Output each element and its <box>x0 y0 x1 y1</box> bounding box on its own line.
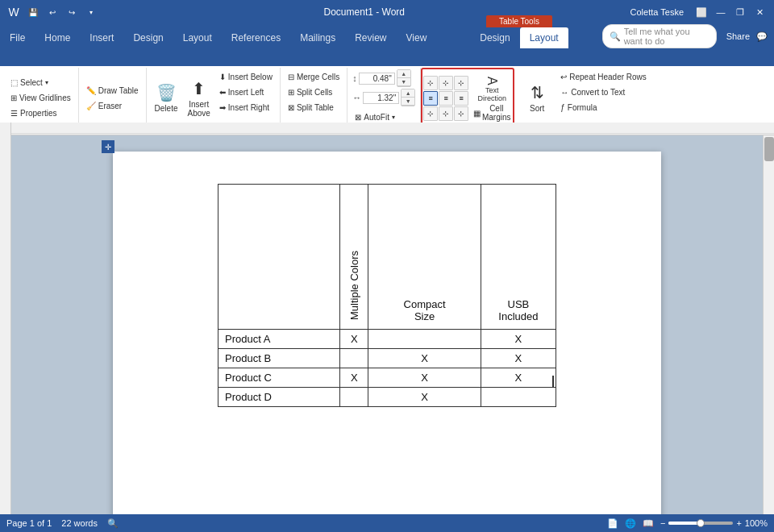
width-icon: ↔ <box>352 93 361 102</box>
properties-icon: ☰ <box>10 109 18 118</box>
width-down-button[interactable]: ▼ <box>402 98 414 106</box>
vertical-ruler <box>0 123 11 514</box>
tab-review[interactable]: Review <box>345 27 396 48</box>
text-direction-button[interactable]: A Text Direction <box>472 75 512 104</box>
delete-button[interactable]: 🗑️ Delete <box>152 77 181 119</box>
ribbon-toggle-button[interactable]: ⬜ <box>693 4 710 20</box>
width-input[interactable] <box>363 92 399 104</box>
split-table-button[interactable]: ⊠ Split Table <box>285 101 342 115</box>
share-button[interactable]: Share <box>726 31 750 41</box>
align-bottom-center[interactable]: ⊹ <box>439 106 453 121</box>
product-b-compact-size: X <box>368 349 481 368</box>
table-header-empty <box>218 185 340 330</box>
product-a-usb-included: X <box>481 330 556 349</box>
align-top-left[interactable]: ⊹ <box>423 76 438 90</box>
tell-me-bar[interactable]: 🔍 Tell me what you want to do <box>602 24 717 48</box>
data-table: Multiple Colors CompactSize USBIncluded … <box>218 184 556 407</box>
split-cells-icon: ⊞ <box>288 88 294 97</box>
tab-mailings[interactable]: Mailings <box>290 27 345 48</box>
align-top-right[interactable]: ⊹ <box>454 76 468 90</box>
tab-design[interactable]: Design <box>123 27 173 48</box>
merge-cells-button[interactable]: ⊟ Merge Cells <box>285 70 342 85</box>
status-left: Page 1 of 1 22 words 🔍 <box>6 518 119 529</box>
draw-table-button[interactable]: ✏️ Draw Table <box>84 83 141 98</box>
vertical-scrollbar[interactable] <box>763 135 774 514</box>
insert-left-button[interactable]: ⬅ Insert Left <box>217 85 275 100</box>
zoom-thumb[interactable] <box>697 519 705 527</box>
status-bar: Page 1 of 1 22 words 🔍 📄 🌐 📖 − + 100% <box>0 514 774 532</box>
tab-file[interactable]: File <box>0 27 35 48</box>
tell-me-text: Tell me what you want to do <box>624 27 710 46</box>
restore-button[interactable]: ❐ <box>732 4 748 20</box>
product-a-compact-size <box>368 330 481 349</box>
width-up-button[interactable]: ▲ <box>402 89 414 98</box>
insert-above-button[interactable]: ⬆ InsertAbove <box>184 77 213 119</box>
formula-button[interactable]: ƒ Formula <box>558 101 649 115</box>
align-middle-left[interactable]: ≡ <box>423 91 438 106</box>
tab-home[interactable]: Home <box>35 27 80 48</box>
select-button[interactable]: ⬚ Select ▾ <box>8 76 73 90</box>
cell-margins-button[interactable]: ▦ Cell Margins <box>472 105 512 121</box>
align-bottom-left[interactable]: ⊹ <box>423 106 438 121</box>
word-count: 22 words <box>61 518 98 529</box>
horizontal-ruler <box>11 123 774 135</box>
title-bar-right: Coletta Teske ⬜ — ❐ ✕ <box>630 4 768 20</box>
zoom-in-button[interactable]: + <box>736 518 741 528</box>
height-up-button[interactable]: ▲ <box>397 70 410 78</box>
sort-icon: ⇅ <box>531 83 544 102</box>
scrollbar-thumb[interactable] <box>764 137 774 161</box>
product-c-compact-size: X <box>368 368 481 388</box>
document-area: ✛ Multiple Colors CompactSize USBInclude… <box>0 123 774 514</box>
tab-insert[interactable]: Insert <box>80 27 123 48</box>
repeat-header-rows-button[interactable]: ↩ Repeat Header Rows <box>558 70 649 85</box>
title-bar-left: W 💾 ↩ ↪ ▾ <box>6 5 98 19</box>
redo-qat-button[interactable]: ↪ <box>64 5 79 19</box>
minimize-button[interactable]: — <box>713 4 729 20</box>
product-c-multiple-colors: X <box>340 368 368 388</box>
table-row: Product D X <box>218 388 556 407</box>
repeat-header-rows-icon: ↩ <box>560 73 567 81</box>
undo-qat-button[interactable]: ↩ <box>45 5 60 19</box>
table-move-handle[interactable]: ✛ <box>102 140 114 153</box>
align-top-center[interactable]: ⊹ <box>439 76 453 90</box>
sort-button[interactable]: ⇅ Sort <box>519 77 555 119</box>
align-bottom-right[interactable]: ⊹ <box>454 106 468 121</box>
eraser-button[interactable]: 🧹 Eraser <box>84 98 141 113</box>
split-cells-button[interactable]: ⊞ Split Cells <box>285 85 342 100</box>
alignment-grid: ⊹ ⊹ ⊹ ≡ ≡ ≡ ⊹ ⊹ ⊹ <box>423 76 468 121</box>
word-icon: W <box>6 5 21 19</box>
properties-button[interactable]: ☰ Properties <box>8 106 73 121</box>
autofit-icon: ⊠ <box>355 113 361 122</box>
zoom-out-button[interactable]: − <box>660 518 665 528</box>
tab-table-design[interactable]: Design <box>470 27 519 48</box>
view-read-icon[interactable]: 📖 <box>643 518 654 529</box>
height-down-button[interactable]: ▼ <box>397 78 410 86</box>
insert-above-icon: ⬆ <box>192 79 206 98</box>
zoom-control: − + 100% <box>660 518 768 528</box>
insert-right-icon: ➡ <box>219 103 226 112</box>
tab-table-layout[interactable]: Layout <box>520 27 568 48</box>
insert-below-icon: ⬇ <box>219 73 226 81</box>
zoom-slider[interactable] <box>668 522 733 525</box>
cell-margins-icon: ▦ <box>473 109 481 118</box>
insert-below-button[interactable]: ⬇ Insert Below <box>217 70 275 85</box>
tab-references[interactable]: References <box>222 27 290 48</box>
save-qat-button[interactable]: 💾 <box>26 5 40 19</box>
tab-layout[interactable]: Layout <box>173 27 222 48</box>
convert-to-text-button[interactable]: ↔ Convert to Text <box>558 85 649 100</box>
product-d-compact-size: X <box>368 388 481 407</box>
view-web-icon[interactable]: 🌐 <box>625 518 636 529</box>
formula-icon: ƒ <box>560 103 565 112</box>
align-middle-right[interactable]: ≡ <box>454 91 468 106</box>
status-right: 📄 🌐 📖 − + 100% <box>607 518 768 529</box>
align-middle-center[interactable]: ≡ <box>439 91 453 106</box>
tab-view[interactable]: View <box>397 27 437 48</box>
view-gridlines-button[interactable]: ⊞ View Gridlines <box>8 91 73 106</box>
close-button[interactable]: ✕ <box>751 4 768 20</box>
customize-qat-button[interactable]: ▾ <box>84 5 98 19</box>
view-normal-icon[interactable]: 📄 <box>607 518 618 529</box>
height-input[interactable] <box>359 73 395 85</box>
page-status: Page 1 of 1 <box>6 518 52 529</box>
insert-right-button[interactable]: ➡ Insert Right <box>217 101 275 115</box>
split-table-icon: ⊠ <box>288 103 294 112</box>
